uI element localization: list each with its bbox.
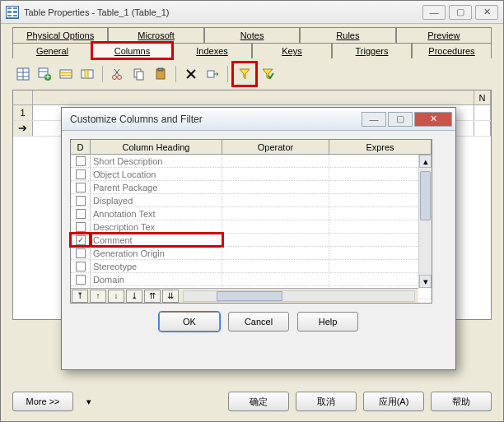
operator-cell[interactable] — [222, 207, 329, 220]
expression-cell[interactable] — [329, 194, 432, 206]
filter-row[interactable]: Short Description — [71, 155, 432, 168]
close-button[interactable]: ✕ — [475, 5, 498, 20]
filter-row[interactable]: Stereotype — [71, 260, 432, 273]
modal-maximize-button[interactable]: ▢ — [388, 112, 413, 127]
column-heading-cell[interactable]: Stereotype — [91, 260, 222, 272]
column-heading-cell[interactable]: Parent Package — [91, 181, 222, 193]
filter-row[interactable]: Object Location — [71, 168, 432, 181]
column-heading-cell[interactable]: Domain — [91, 273, 222, 285]
operator-cell[interactable] — [222, 181, 329, 193]
header-column-heading[interactable]: Column Heading — [91, 140, 222, 154]
column-heading-cell[interactable]: Description Tex — [91, 220, 222, 233]
column-heading-cell[interactable]: Displayed — [91, 194, 222, 206]
filter-icon[interactable] — [236, 65, 254, 83]
tab-notes[interactable]: Notes — [204, 27, 300, 43]
expression-cell[interactable] — [329, 234, 432, 246]
display-checkbox[interactable] — [76, 169, 86, 179]
column-heading-cell[interactable]: Object Location — [91, 168, 222, 180]
copy-icon[interactable] — [130, 65, 148, 83]
expression-cell[interactable] — [329, 260, 432, 272]
grid-insert-icon[interactable] — [57, 65, 75, 83]
expression-cell[interactable] — [329, 247, 432, 259]
filter-check-icon[interactable] — [259, 65, 277, 83]
operator-cell[interactable] — [222, 234, 329, 246]
tab-physical-options[interactable]: Physical Options — [12, 27, 108, 43]
dropdown-icon[interactable]: ▾ — [80, 392, 98, 410]
operator-cell[interactable] — [222, 194, 329, 206]
move-up-button[interactable]: ↑ — [90, 290, 106, 303]
display-checkbox[interactable] — [76, 209, 86, 219]
tab-columns[interactable]: Columns — [92, 43, 172, 58]
scroll-up-icon[interactable]: ▴ — [419, 155, 432, 168]
move-top-button[interactable]: ⤒ — [72, 290, 88, 303]
modal-close-button[interactable]: ✕ — [414, 112, 452, 127]
filter-row[interactable]: Domain — [71, 273, 432, 286]
tab-preview[interactable]: Preview — [396, 27, 492, 43]
grid-add-icon[interactable]: + — [35, 65, 54, 83]
expression-cell[interactable] — [329, 155, 432, 167]
more-button[interactable]: More >> — [12, 392, 73, 411]
maximize-button[interactable]: ▢ — [449, 5, 472, 20]
header-expression[interactable]: Expres — [329, 140, 432, 154]
minimize-button[interactable]: — — [422, 5, 446, 20]
display-checkbox[interactable] — [76, 222, 86, 232]
tab-rules[interactable]: Rules — [300, 27, 395, 43]
modal-help-button[interactable]: Help — [297, 312, 358, 332]
operator-cell[interactable] — [222, 168, 329, 180]
tab-indexes[interactable]: Indexes — [172, 43, 252, 58]
delete-icon[interactable] — [182, 65, 200, 83]
column-heading-cell[interactable]: Short Description — [91, 155, 222, 167]
expression-cell[interactable] — [329, 273, 432, 285]
vertical-scrollbar[interactable]: ▴ ▾ — [418, 155, 432, 288]
expression-cell[interactable] — [329, 168, 432, 180]
operator-cell[interactable] — [222, 260, 329, 272]
expression-cell[interactable] — [329, 207, 432, 220]
nav-icon[interactable] — [203, 65, 222, 83]
tab-keys[interactable]: Keys — [252, 43, 332, 58]
hscroll-thumb[interactable] — [217, 291, 282, 301]
tab-general[interactable]: General — [12, 43, 92, 58]
ok-button[interactable]: 确定 — [228, 392, 289, 411]
display-checkbox[interactable] — [76, 262, 86, 271]
filter-row[interactable]: Annotation Text — [71, 207, 432, 220]
filter-row[interactable]: Parent Package — [71, 181, 432, 194]
operator-cell[interactable] — [222, 155, 329, 167]
display-checkbox[interactable] — [76, 275, 86, 285]
tab-triggers[interactable]: Triggers — [332, 43, 412, 58]
move-down-button[interactable]: ↓ — [108, 290, 124, 303]
paste-icon[interactable] — [152, 65, 170, 83]
grid-header-n[interactable]: N — [474, 90, 491, 105]
help-button[interactable]: 帮助 — [431, 392, 492, 411]
scroll-down-icon[interactable]: ▾ — [419, 275, 432, 288]
new-row-arrow-icon[interactable]: ➔ — [13, 121, 33, 136]
apply-button[interactable]: 应用(A) — [363, 392, 424, 411]
cut-icon[interactable] — [109, 65, 127, 83]
display-checkbox[interactable] — [76, 196, 86, 206]
header-operator[interactable]: Operator — [222, 140, 329, 154]
filter-row[interactable]: Displayed — [71, 194, 432, 207]
cancel-button[interactable]: 取消 — [296, 392, 357, 411]
grid-insert2-icon[interactable] — [78, 65, 96, 83]
grid-header-cell[interactable] — [33, 90, 474, 105]
move-all-down-button[interactable]: ⇊ — [162, 290, 179, 303]
column-heading-cell[interactable]: Comment — [91, 234, 222, 246]
scroll-thumb[interactable] — [420, 171, 431, 220]
modal-ok-button[interactable]: OK — [159, 312, 220, 332]
grid-cell[interactable] — [474, 105, 491, 120]
display-checkbox[interactable] — [76, 156, 86, 166]
operator-cell[interactable] — [222, 247, 329, 259]
display-checkbox[interactable] — [76, 183, 86, 192]
operator-cell[interactable] — [222, 273, 329, 285]
filter-row[interactable]: ✓Comment — [71, 234, 432, 247]
move-bottom-button[interactable]: ⤓ — [126, 290, 142, 303]
column-heading-cell[interactable]: Annotation Text — [91, 207, 222, 220]
modal-cancel-button[interactable]: Cancel — [228, 312, 289, 332]
display-checkbox[interactable] — [76, 248, 86, 258]
display-checkbox[interactable]: ✓ — [76, 235, 86, 245]
tab-procedures[interactable]: Procedures — [412, 43, 492, 58]
column-heading-cell[interactable]: Generation Origin — [91, 247, 222, 259]
expression-cell[interactable] — [329, 220, 432, 233]
filter-row[interactable]: Description Tex — [71, 220, 432, 234]
expression-cell[interactable] — [329, 181, 432, 193]
tab-microsoft[interactable]: Microsoft — [108, 27, 203, 43]
